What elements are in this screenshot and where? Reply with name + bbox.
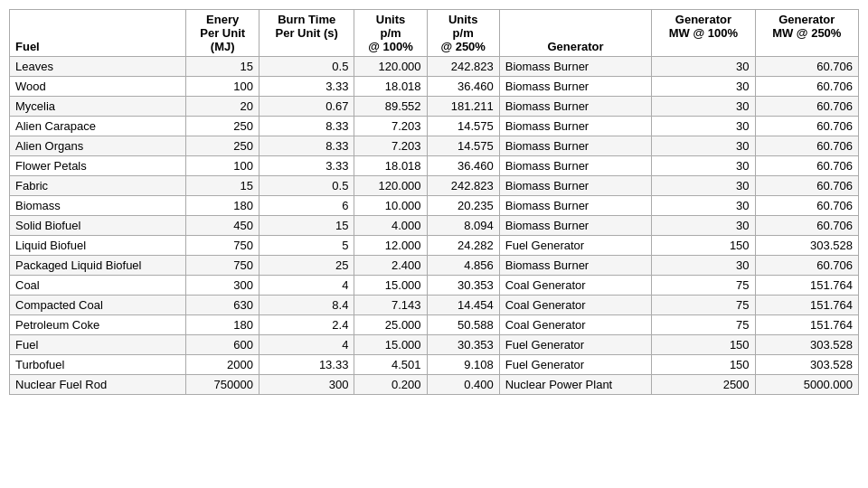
table-cell: 600 <box>186 335 259 355</box>
table-cell: 7.203 <box>354 117 427 136</box>
table-cell: 30.353 <box>427 276 499 296</box>
header-genmw250: GeneratorMW @ 250% <box>755 10 858 57</box>
table-row: Turbofuel200013.334.5019.108Fuel Generat… <box>10 355 859 375</box>
table-row: Petroleum Coke1802.425.00050.588Coal Gen… <box>10 315 859 335</box>
table-cell: 181.211 <box>427 97 499 117</box>
table-cell: 4.856 <box>427 256 499 276</box>
table-cell: 242.823 <box>427 176 499 196</box>
table-cell: 250 <box>186 117 259 136</box>
table-row: Nuclear Fuel Rod7500003000.2000.400Nucle… <box>10 375 859 395</box>
table-row: Mycelia200.6789.552181.211Biomass Burner… <box>10 97 859 117</box>
table-cell: 151.764 <box>755 296 858 315</box>
table-cell: 60.706 <box>755 216 858 236</box>
table-cell: Biomass <box>10 196 186 216</box>
table-cell: Alien Organs <box>10 136 186 156</box>
table-cell: 10.000 <box>354 196 427 216</box>
table-cell: 151.764 <box>755 276 858 296</box>
table-cell: 30 <box>652 176 755 196</box>
table-cell: 5 <box>259 236 354 256</box>
table-cell: 4 <box>259 276 354 296</box>
table-cell: 150 <box>652 355 755 375</box>
table-row: Liquid Biofuel750512.00024.282Fuel Gener… <box>10 236 859 256</box>
table-cell: 8.4 <box>259 296 354 315</box>
header-burntime: Burn TimePer Unit (s) <box>259 10 354 57</box>
table-cell: 4.000 <box>354 216 427 236</box>
table-row: Coal300415.00030.353Coal Generator75151.… <box>10 276 859 296</box>
table-cell: 300 <box>259 375 354 395</box>
table-cell: 151.764 <box>755 315 858 335</box>
table-cell: Biomass Burner <box>499 57 652 77</box>
table-cell: 89.552 <box>354 97 427 117</box>
table-cell: Fabric <box>10 176 186 196</box>
table-cell: 0.5 <box>259 57 354 77</box>
table-cell: Biomass Burner <box>499 216 652 236</box>
table-cell: 60.706 <box>755 77 858 97</box>
table-cell: 15 <box>186 176 259 196</box>
table-cell: 3.33 <box>259 77 354 97</box>
table-cell: 75 <box>652 276 755 296</box>
table-cell: Solid Biofuel <box>10 216 186 236</box>
table-cell: 303.528 <box>755 236 858 256</box>
table-cell: 8.33 <box>259 117 354 136</box>
table-cell: 60.706 <box>755 97 858 117</box>
table-cell: Fuel Generator <box>499 236 652 256</box>
table-cell: Coal Generator <box>499 296 652 315</box>
table-cell: 15.000 <box>354 335 427 355</box>
table-cell: Leaves <box>10 57 186 77</box>
table-cell: 120.000 <box>354 57 427 77</box>
table-cell: 7.143 <box>354 296 427 315</box>
table-cell: 14.575 <box>427 136 499 156</box>
table-cell: Liquid Biofuel <box>10 236 186 256</box>
table-cell: 150 <box>652 236 755 256</box>
table-row: Alien Carapace2508.337.20314.575Biomass … <box>10 117 859 136</box>
table-cell: Packaged Liquid Biofuel <box>10 256 186 276</box>
table-cell: 18.018 <box>354 156 427 176</box>
table-cell: 0.67 <box>259 97 354 117</box>
table-cell: 120.000 <box>354 176 427 196</box>
header-fuel-label: Fuel <box>15 40 40 53</box>
table-row: Fuel600415.00030.353Fuel Generator150303… <box>10 335 859 355</box>
table-cell: 180 <box>186 315 259 335</box>
table-cell: Nuclear Power Plant <box>499 375 652 395</box>
header-energy: EneryPer Unit(MJ) <box>186 10 259 57</box>
table-cell: Coal Generator <box>499 276 652 296</box>
table-cell: 13.33 <box>259 355 354 375</box>
table-cell: 750 <box>186 236 259 256</box>
table-cell: Alien Carapace <box>10 117 186 136</box>
table-cell: 450 <box>186 216 259 236</box>
table-cell: Compacted Coal <box>10 296 186 315</box>
table-cell: 2.4 <box>259 315 354 335</box>
header-generator: Generator <box>499 10 652 57</box>
table-cell: Biomass Burner <box>499 156 652 176</box>
table-cell: 8.094 <box>427 216 499 236</box>
table-cell: 2000 <box>186 355 259 375</box>
table-cell: 7.203 <box>354 136 427 156</box>
table-cell: Biomass Burner <box>499 77 652 97</box>
table-cell: Biomass Burner <box>499 97 652 117</box>
table-cell: 50.588 <box>427 315 499 335</box>
table-cell: 75 <box>652 315 755 335</box>
table-cell: 12.000 <box>354 236 427 256</box>
header-fuel: Fuel <box>10 10 186 57</box>
table-row: Packaged Liquid Biofuel750252.4004.856Bi… <box>10 256 859 276</box>
table-cell: 303.528 <box>755 335 858 355</box>
table-cell: 0.5 <box>259 176 354 196</box>
table-cell: 4.501 <box>354 355 427 375</box>
table-cell: 630 <box>186 296 259 315</box>
table-cell: 60.706 <box>755 57 858 77</box>
table-cell: 8.33 <box>259 136 354 156</box>
table-cell: 100 <box>186 77 259 97</box>
table-cell: 75 <box>652 296 755 315</box>
table-cell: 100 <box>186 156 259 176</box>
table-row: Wood1003.3318.01836.460Biomass Burner306… <box>10 77 859 97</box>
table-row: Compacted Coal6308.47.14314.454Coal Gene… <box>10 296 859 315</box>
table-cell: 4 <box>259 335 354 355</box>
table-cell: 5000.000 <box>755 375 858 395</box>
header-units250: Unitsp/m@ 250% <box>427 10 499 57</box>
table-cell: 36.460 <box>427 77 499 97</box>
table-cell: 20 <box>186 97 259 117</box>
table-cell: 25.000 <box>354 315 427 335</box>
table-cell: 30 <box>652 77 755 97</box>
table-cell: 30 <box>652 216 755 236</box>
table-cell: 36.460 <box>427 156 499 176</box>
